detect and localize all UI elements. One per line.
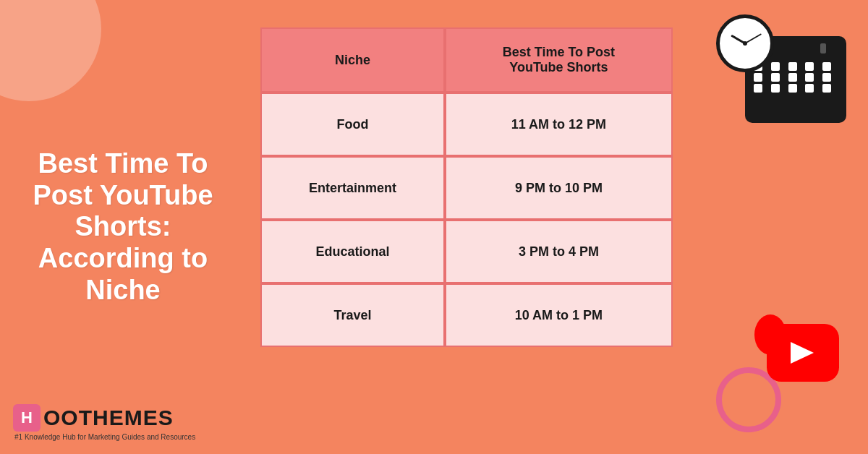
clock-face — [720, 18, 770, 69]
clock-icon — [716, 14, 774, 72]
cal-dot — [805, 73, 814, 82]
youtube-shorts-icon — [752, 295, 854, 396]
logo-brand-name: OOTHEMES — [43, 406, 174, 430]
logo-area: H OOTHEMES #1 Knowledge Hub for Marketin… — [13, 404, 195, 441]
time-cell: 11 AM to 12 PM — [445, 93, 673, 156]
table-row: Food 11 AM to 12 PM — [260, 93, 673, 156]
col-time-header-line1: Best Time To PostYouTube Shorts — [503, 45, 615, 74]
time-cell: 3 PM to 4 PM — [445, 220, 673, 283]
logo-icon-letter: H — [21, 408, 33, 427]
time-cell: 10 AM to 1 PM — [445, 283, 673, 347]
decorative-circle-top-left — [0, 0, 101, 101]
main-title: Best Time To Post YouTube Shorts: Accord… — [22, 148, 224, 306]
niche-cell: Entertainment — [260, 156, 445, 220]
col-time-header: Best Time To PostYouTube Shorts — [445, 27, 673, 93]
cal-pin-right — [820, 43, 826, 53]
cal-dot — [788, 84, 797, 93]
svg-point-1 — [754, 314, 786, 355]
page-background: Best Time To Post YouTube Shorts: Accord… — [0, 0, 868, 454]
cal-dot — [788, 73, 797, 82]
cal-dot — [771, 62, 780, 71]
cal-dot — [788, 62, 797, 71]
logo-row: H OOTHEMES — [13, 404, 174, 432]
table-row: Travel 10 AM to 1 PM — [260, 283, 673, 347]
cal-dot — [822, 62, 831, 71]
cal-dot — [771, 73, 780, 82]
time-cell: 9 PM to 10 PM — [445, 156, 673, 220]
cal-dot — [754, 84, 762, 93]
clock-calendar-decoration — [716, 14, 846, 130]
yt-shorts-svg — [752, 295, 854, 396]
data-table-wrapper: Niche Best Time To PostYouTube Shorts Fo… — [260, 27, 673, 347]
niche-cell: Educational — [260, 220, 445, 283]
cal-dot — [805, 62, 814, 71]
table-row: Entertainment 9 PM to 10 PM — [260, 156, 673, 220]
niche-cell: Food — [260, 93, 445, 156]
left-title-section: Best Time To Post YouTube Shorts: Accord… — [22, 148, 224, 306]
table-row: Educational 3 PM to 4 PM — [260, 220, 673, 283]
cal-dot — [822, 73, 831, 82]
logo-tagline: #1 Knowledge Hub for Marketing Guides an… — [14, 433, 195, 441]
table-header-row: Niche Best Time To PostYouTube Shorts — [260, 27, 673, 93]
clock-hand-minute — [745, 33, 762, 44]
cal-dot — [822, 84, 831, 93]
clock-center-dot — [743, 41, 747, 46]
cal-dot — [805, 84, 814, 93]
niche-cell: Travel — [260, 283, 445, 347]
niche-time-table: Niche Best Time To PostYouTube Shorts Fo… — [260, 27, 673, 347]
col-niche-header: Niche — [260, 27, 445, 93]
logo-icon: H — [13, 404, 41, 432]
cal-dot — [771, 84, 780, 93]
cal-dot — [754, 73, 762, 82]
